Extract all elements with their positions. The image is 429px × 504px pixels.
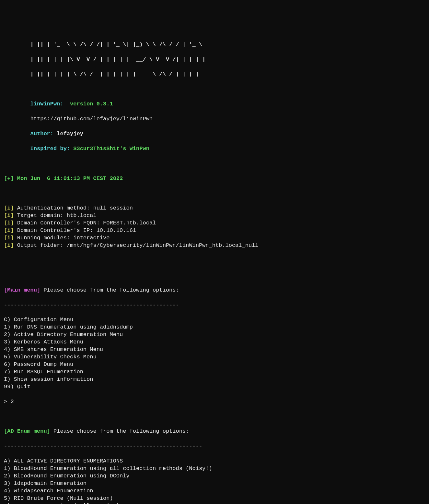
info-line: [i] Running modules: interactive — [4, 234, 425, 242]
menu-item[interactable]: 1) BloodHound Enumeration using all coll… — [4, 465, 425, 473]
menu-item[interactable]: 6) Password Dump Menu — [4, 361, 425, 368]
info-line: [i] Target domain: htb.local — [4, 212, 425, 220]
menu-item[interactable]: 3) ldapdomain Enumeration — [4, 480, 425, 487]
ad-menu-items: A) ALL ACTIVE DIRECTORY ENUMERATIONS1) B… — [4, 458, 425, 504]
menu-item[interactable]: 4) SMB shares Enumeration Menu — [4, 346, 425, 354]
info-line: [i] Domain Controller's IP: 10.10.10.161 — [4, 227, 425, 234]
menu-item[interactable]: 5) Vulnerability Checks Menu — [4, 354, 425, 361]
info-block: [i] Authentication method: null session[… — [4, 205, 425, 249]
menu-item[interactable]: 7) Run MSSQL Enumeration — [4, 368, 425, 376]
menu-item[interactable]: I) Show session information — [4, 376, 425, 383]
separator: ----------------------------------------… — [4, 302, 425, 309]
banner-name: linWinPwn: version 0.3.1 — [4, 101, 425, 108]
main-menu-header: [Main menu] Please choose from the follo… — [4, 287, 425, 294]
menu-item[interactable]: A) ALL ACTIVE DIRECTORY ENUMERATIONS — [4, 458, 425, 465]
main-menu-input[interactable]: > 2 — [4, 398, 425, 406]
ad-menu-header: [AD Enum menu] Please choose from the fo… — [4, 428, 425, 435]
terminal-output: | || | '_ \ \ /\ / /| | '_ \| |_) \ \ /\… — [4, 34, 425, 504]
banner-author: Author: lefayjey — [4, 130, 425, 138]
menu-item[interactable]: C) Configuration Menu — [4, 316, 425, 324]
menu-item[interactable]: 2) BloodHound Enumeration using DCOnly — [4, 473, 425, 480]
timestamp-line: [+] Mon Jun 6 11:01:13 PM CEST 2022 — [4, 175, 425, 183]
info-line: [i] Output folder: /mnt/hgfs/Cybersecuri… — [4, 242, 425, 249]
info-line: [i] Authentication method: null session — [4, 205, 425, 212]
separator: ----------------------------------------… — [4, 443, 425, 450]
menu-item[interactable]: 5) RID Brute Force (Null session) — [4, 495, 425, 502]
banner-inspired: Inspired by: S3cur3Th1sSh1t's WinPwn — [4, 145, 425, 153]
main-menu-items: C) Configuration Menu1) Run DNS Enumerat… — [4, 316, 425, 390]
menu-item[interactable]: 6) Users Enumeration (Null session) — [4, 502, 425, 504]
menu-item[interactable]: 3) Kerberos Attacks Menu — [4, 339, 425, 346]
ascii-art-line: |_||_|_| |_| \_/\_/ |_|_| |_|_| \_/\_/ |… — [4, 71, 425, 78]
menu-item[interactable]: 2) Active Directory Enumeration Menu — [4, 331, 425, 339]
info-line: [i] Domain Controller's FQDN: FOREST.htb… — [4, 220, 425, 227]
banner-url: https://github.com/lefayjey/linWinPwn — [4, 115, 425, 123]
menu-item[interactable]: 4) windapsearch Enumeration — [4, 487, 425, 495]
ascii-art-line: | || | | | |\ V V / | | | | | __/ \ V V … — [4, 56, 425, 64]
menu-item[interactable]: 1) Run DNS Enumeration using adidnsdump — [4, 324, 425, 331]
menu-item[interactable]: 99) Quit — [4, 383, 425, 391]
ascii-art-line: | || | '_ \ \ /\ / /| | '_ \| |_) \ \ /\… — [4, 41, 425, 49]
